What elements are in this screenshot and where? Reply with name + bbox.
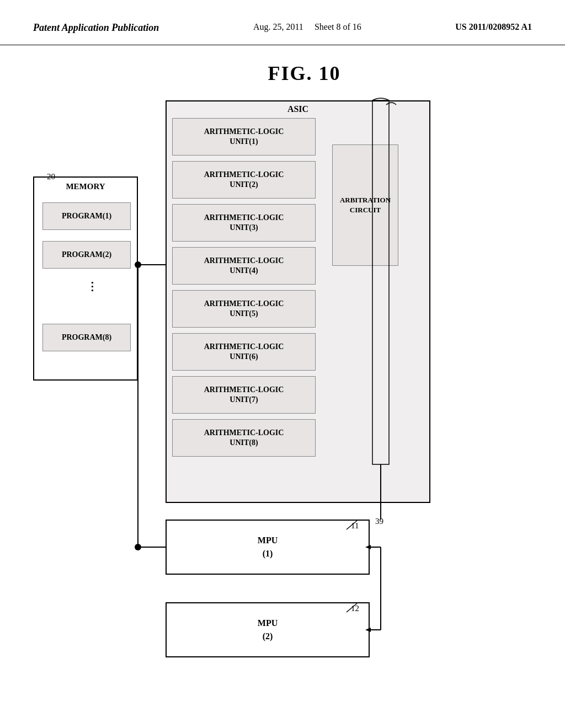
program-2-box: PROGRAM(2) bbox=[42, 241, 131, 269]
dots: ⋮ bbox=[87, 280, 98, 293]
header-date: Aug. 25, 2011 bbox=[253, 22, 303, 31]
alu-unit-6: ARITHMETIC-LOGICUNIT(6) bbox=[172, 333, 316, 371]
alu-unit-4: ARITHMETIC-LOGICUNIT(4) bbox=[172, 247, 316, 285]
figure-title: FIG. 10 bbox=[268, 62, 341, 85]
alu-unit-5: ARITHMETIC-LOGICUNIT(5) bbox=[172, 290, 316, 328]
ref-11: 11 bbox=[351, 521, 359, 531]
header-date-sheet: Aug. 25, 2011 Sheet 8 of 16 bbox=[253, 22, 361, 32]
alu-unit-8: ARITHMETIC-LOGICUNIT(8) bbox=[172, 419, 316, 457]
memory-box: MEMORY PROGRAM(1) PROGRAM(2) ⋮ PROGRAM(8… bbox=[33, 176, 138, 381]
alu-unit-7: ARITHMETIC-LOGICUNIT(7) bbox=[172, 376, 316, 414]
program-1-box: PROGRAM(1) bbox=[42, 202, 131, 230]
mpu-1-box: MPU(1) bbox=[166, 520, 370, 575]
header: Patent Application Publication Aug. 25, … bbox=[0, 0, 565, 45]
mpu-2-box: MPU(2) bbox=[166, 602, 370, 657]
svg-point-10 bbox=[135, 544, 141, 550]
asic-box: ASIC ARITHMETIC-LOGICUNIT(1) ARITHMETIC-… bbox=[166, 100, 430, 503]
program-8-box: PROGRAM(8) bbox=[42, 324, 131, 351]
arbitration-circuit-box: ARBITRATIONCIRCUIT bbox=[332, 144, 398, 266]
header-sheet: Sheet 8 of 16 bbox=[315, 22, 361, 31]
header-publication-label: Patent Application Publication bbox=[33, 22, 159, 34]
alu-unit-1: ARITHMETIC-LOGICUNIT(1) bbox=[172, 118, 316, 156]
diagram-area: FIG. 10 30 ASIC ARITHMETIC-LOGICUNIT(1) … bbox=[0, 45, 565, 696]
ref-20: 20 bbox=[47, 172, 55, 181]
ref-12: 12 bbox=[351, 604, 359, 613]
ref-39: 39 bbox=[375, 517, 383, 526]
alu-unit-3: ARITHMETIC-LOGICUNIT(3) bbox=[172, 204, 316, 242]
asic-label: ASIC bbox=[285, 104, 311, 114]
page: Patent Application Publication Aug. 25, … bbox=[0, 0, 565, 728]
alu-unit-2: ARITHMETIC-LOGICUNIT(2) bbox=[172, 161, 316, 199]
header-patent-number: US 2011/0208952 A1 bbox=[455, 22, 532, 32]
memory-label: MEMORY bbox=[66, 182, 105, 191]
